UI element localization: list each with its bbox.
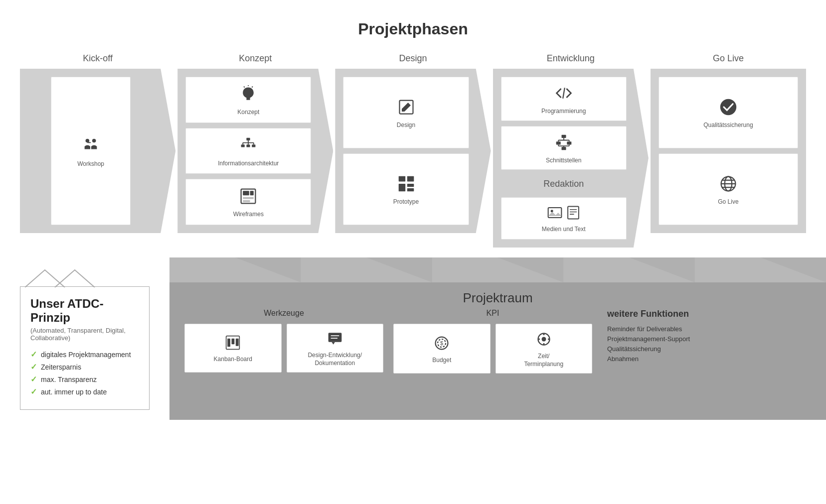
atdc-item-3: ✓ max. Transparenz	[30, 375, 139, 384]
card-konzept-label: Konzept	[237, 109, 259, 117]
svg-rect-20	[243, 197, 254, 199]
projektraum-title: Projektraum	[169, 282, 826, 309]
check-icon-4: ✓	[30, 387, 37, 396]
svg-point-1	[92, 138, 96, 142]
phase-block-kickoff: Workshop	[20, 69, 175, 233]
svg-line-7	[244, 87, 245, 88]
svg-rect-32	[561, 147, 566, 150]
card-golive: Go Live	[659, 153, 798, 225]
card-workshop-label: Workshop	[77, 160, 104, 168]
page-title: Projektphasen	[0, 0, 826, 53]
svg-rect-11	[252, 144, 255, 147]
chevron-tops	[169, 257, 826, 282]
card-qualitaet: Qualitätssicherung	[659, 77, 798, 148]
svg-line-6	[252, 87, 253, 88]
svg-rect-41	[548, 208, 561, 218]
card-workshop: Workshop	[51, 77, 131, 225]
phase-block-entwicklung: Programmierung	[493, 69, 649, 248]
card-kanban: Kanban-Board	[184, 324, 282, 373]
svg-rect-62	[328, 333, 341, 342]
kpi-title: KPI	[487, 309, 499, 318]
atdc-item-1: ✓ digitales Projektmanagement	[30, 350, 139, 359]
svg-rect-27	[407, 188, 414, 191]
kanban-label: Kanban-Board	[214, 356, 252, 364]
chat-doc-icon	[328, 331, 342, 349]
atdc-title: Unser ATDC-Prinzip	[30, 297, 139, 325]
svg-rect-30	[556, 141, 560, 144]
globe-icon	[719, 175, 737, 195]
phase-label-golive: Go Live	[713, 53, 744, 64]
card-prototype-label: Prototype	[393, 198, 419, 206]
phases-container: Kick-off Workshop Konzept	[0, 53, 826, 248]
weitere-item-1: Reminder für Deliverables	[607, 325, 806, 333]
weitere-column: weitere Funktionen Reminder für Delivera…	[602, 309, 811, 405]
svg-point-0	[86, 138, 90, 142]
atdc-chevron-deco	[25, 267, 125, 287]
svg-rect-10	[247, 144, 250, 147]
dollar-circle-icon: $	[434, 335, 450, 354]
check-icon-3: ✓	[30, 375, 37, 384]
projektraum-section: Projektraum Werkzeuge	[169, 257, 826, 420]
card-qualitaet-label: Qualitätssicherung	[703, 122, 753, 129]
card-prototype: Prototype	[343, 153, 469, 225]
weitere-item-2: Projektmanagement-Support	[607, 335, 806, 343]
card-golive-label: Go Live	[718, 198, 738, 206]
phase-label-konzept: Konzept	[239, 53, 272, 64]
svg-marker-63	[331, 342, 335, 345]
bottom-section: Unser ATDC-Prinzip (Automated, Transpare…	[0, 257, 826, 420]
kpi-cards: $ Budget	[393, 324, 592, 374]
svg-rect-9	[241, 144, 245, 147]
phase-golive: Go Live Qualitätssicherung	[651, 53, 806, 233]
kanban-icon	[225, 335, 240, 353]
svg-rect-19	[250, 191, 254, 196]
phase-label-kickoff: Kick-off	[83, 53, 113, 64]
werkzeuge-column: Werkzeuge Kanban-Board	[184, 309, 383, 405]
card-design-dev: Design-Entwicklung/ Dokumentation	[287, 324, 384, 373]
phase-block-konzept: Konzept Inform	[177, 69, 333, 233]
card-infoarch-label: Informationsarchitektur	[218, 160, 279, 168]
check-icon-1: ✓	[30, 350, 37, 359]
design-dev-label: Design-Entwicklung/ Dokumentation	[308, 352, 362, 367]
svg-rect-23	[398, 176, 405, 181]
zeit-label: Zeit/ Terminplanung	[524, 353, 563, 368]
weitere-item-4: Abnahmen	[607, 355, 806, 363]
svg-marker-55	[432, 257, 563, 282]
svg-rect-8	[247, 137, 250, 140]
text-doc-icon	[566, 206, 580, 222]
phase-kickoff: Kick-off Workshop	[20, 53, 175, 233]
chevron-svg	[169, 257, 826, 282]
phase-label-entwicklung: Entwicklung	[547, 53, 595, 64]
check-icon-2: ✓	[30, 362, 37, 372]
svg-rect-31	[567, 141, 571, 144]
card-wireframes-label: Wireframes	[233, 211, 264, 219]
card-zeit: Zeit/ Terminplanung	[496, 324, 593, 374]
phase-block-design: Design Prototype	[335, 69, 491, 233]
card-budget: $ Budget	[393, 324, 491, 374]
phase-konzept: Konzept Konzept	[177, 53, 333, 233]
svg-rect-29	[561, 134, 566, 137]
atdc-container: Unser ATDC-Prinzip (Automated, Transpare…	[0, 257, 169, 420]
workshop-icon	[81, 136, 100, 157]
svg-marker-57	[695, 257, 826, 282]
svg-point-47	[720, 99, 736, 115]
atdc-item-2: ✓ Zeitersparnis	[30, 362, 139, 372]
svg-rect-61	[236, 339, 239, 346]
pr-columns: Werkzeuge Kanban-Board	[169, 309, 826, 420]
interfaces-icon	[555, 133, 573, 154]
atdc-item-4: ✓ aut. immer up to date	[30, 387, 139, 396]
card-schnittstellen: Schnittstellen	[501, 126, 627, 170]
svg-point-70	[541, 337, 546, 342]
svg-rect-24	[407, 176, 414, 181]
card-medien-text-label: Medien und Text	[542, 226, 586, 234]
svg-rect-60	[232, 339, 235, 345]
orgchart-icon	[239, 136, 257, 157]
kpi-column: KPI $ Budget	[393, 309, 592, 405]
card-medien-text: Medien und Text	[501, 197, 627, 240]
card-wireframes: Wireframes	[185, 179, 311, 225]
svg-marker-53	[169, 257, 301, 282]
svg-text:$: $	[440, 340, 443, 346]
lightbulb-icon	[239, 85, 257, 106]
svg-rect-26	[407, 184, 414, 187]
card-programmierung: Programmierung	[501, 77, 627, 121]
svg-rect-18	[243, 191, 249, 196]
